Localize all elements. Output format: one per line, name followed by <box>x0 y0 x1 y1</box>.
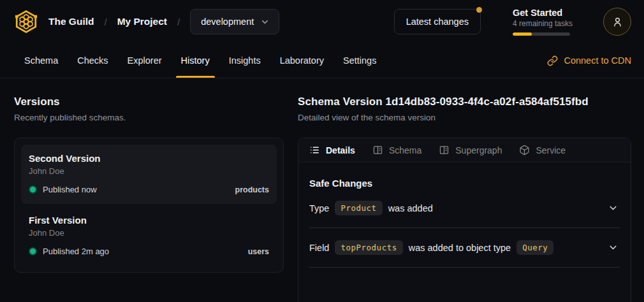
org-name[interactable]: The Guild <box>48 16 94 27</box>
chevron-down-icon <box>260 17 270 27</box>
change-text: was added to object type <box>409 243 511 253</box>
tab-schema-label: Schema <box>389 145 421 155</box>
columns-icon <box>372 145 383 155</box>
tab-settings[interactable]: Settings <box>333 43 386 78</box>
detail-tab-bar: Details Schema <box>298 138 631 162</box>
change-text: was added <box>388 203 433 213</box>
latest-changes-button[interactable]: Latest changes <box>394 9 481 34</box>
notification-dot <box>476 7 482 13</box>
main-content: Versions Recently published schemas. Sec… <box>0 78 644 302</box>
tab-schema-view[interactable]: Schema <box>372 145 421 155</box>
safe-changes-heading: Safe Changes <box>309 178 620 189</box>
versions-subtitle: Recently published schemas. <box>14 113 284 122</box>
chevron-down-icon <box>608 242 618 253</box>
version-list-item[interactable]: First Version John Doe Published 2m ago … <box>21 206 277 266</box>
cube-icon <box>519 145 530 155</box>
schema-version-subtitle: Detailed view of the schema version <box>298 113 631 122</box>
published-label: Published now <box>43 185 97 194</box>
breadcrumb: The Guild / My Project / development <box>14 9 279 34</box>
tab-service-label: Service <box>536 145 566 155</box>
connect-to-cdn-label: Connect to CDN <box>564 55 631 66</box>
tab-details-label: Details <box>326 145 355 155</box>
get-started-subtitle: 4 remaining tasks <box>513 19 571 28</box>
breadcrumb-separator: / <box>177 17 180 27</box>
versions-panel: Versions Recently published schemas. Sec… <box>14 96 284 302</box>
schema-version-title: Schema Version 1d14db83-0933-4f4c-a02f-a… <box>298 96 631 108</box>
get-started-title: Get Started <box>513 8 571 18</box>
progress-fill <box>513 32 532 36</box>
tab-explorer[interactable]: Explorer <box>118 43 172 78</box>
version-status-row: Published 2m ago users <box>29 247 269 256</box>
tab-supergraph-label: Supergraph <box>455 145 502 155</box>
code-chip: topProducts <box>335 240 402 255</box>
tab-insights[interactable]: Insights <box>219 43 270 78</box>
version-name: First Version <box>29 215 269 226</box>
version-author: John Doe <box>29 166 269 176</box>
connect-to-cdn-link[interactable]: Connect to CDN <box>547 43 631 78</box>
person-icon <box>611 16 624 28</box>
change-row-field-added[interactable]: Field topProducts was added to object ty… <box>309 228 620 268</box>
code-chip: Product <box>335 201 382 215</box>
columns-icon <box>439 145 450 155</box>
project-name[interactable]: My Project <box>117 16 167 27</box>
user-avatar-button[interactable] <box>603 8 631 36</box>
published-status-dot <box>30 248 36 254</box>
versions-list: Second Version John Doe Published now pr… <box>14 138 284 273</box>
top-bar: The Guild / My Project / development Lat… <box>0 0 644 43</box>
service-tag: products <box>235 185 269 194</box>
change-text: Type <box>309 203 329 213</box>
latest-changes-label: Latest changes <box>406 17 469 27</box>
published-status-dot <box>30 187 36 192</box>
version-name: Second Version <box>29 153 269 164</box>
change-text: Field <box>309 243 329 253</box>
code-chip: Query <box>516 240 553 255</box>
change-row-type-added[interactable]: Type Product was added <box>309 189 620 228</box>
published-label: Published 2m ago <box>43 247 109 256</box>
guild-logo-icon[interactable] <box>14 10 38 34</box>
tab-supergraph[interactable]: Supergraph <box>439 145 502 155</box>
get-started-progress-bar <box>513 32 570 36</box>
tab-history[interactable]: History <box>172 43 219 78</box>
environment-selector[interactable]: development <box>190 9 279 34</box>
link-icon <box>547 55 558 66</box>
tab-details[interactable]: Details <box>309 145 355 155</box>
tab-service[interactable]: Service <box>519 145 566 155</box>
tab-checks[interactable]: Checks <box>68 43 117 78</box>
version-list-item[interactable]: Second Version John Doe Published now pr… <box>21 145 277 204</box>
chevron-down-icon <box>608 203 618 213</box>
detail-body: Safe Changes Type Product was added Fiel… <box>298 162 631 268</box>
main-nav: Schema Checks Explorer History Insights … <box>0 43 644 78</box>
service-tag: users <box>248 247 269 256</box>
breadcrumb-separator: / <box>104 17 106 27</box>
schema-version-panel: Schema Version 1d14db83-0933-4f4c-a02f-a… <box>298 96 631 302</box>
version-status-row: Published now products <box>29 185 269 194</box>
top-bar-right: Latest changes Get Started 4 remaining t… <box>394 8 631 36</box>
list-icon <box>309 145 320 155</box>
versions-title: Versions <box>14 96 284 108</box>
tab-schema[interactable]: Schema <box>15 43 68 78</box>
tab-laboratory[interactable]: Laboratory <box>270 43 333 78</box>
environment-label: development <box>201 17 254 27</box>
schema-version-card: Details Schema <box>298 138 631 302</box>
version-author: John Doe <box>29 228 269 238</box>
get-started-widget[interactable]: Get Started 4 remaining tasks <box>513 8 571 36</box>
